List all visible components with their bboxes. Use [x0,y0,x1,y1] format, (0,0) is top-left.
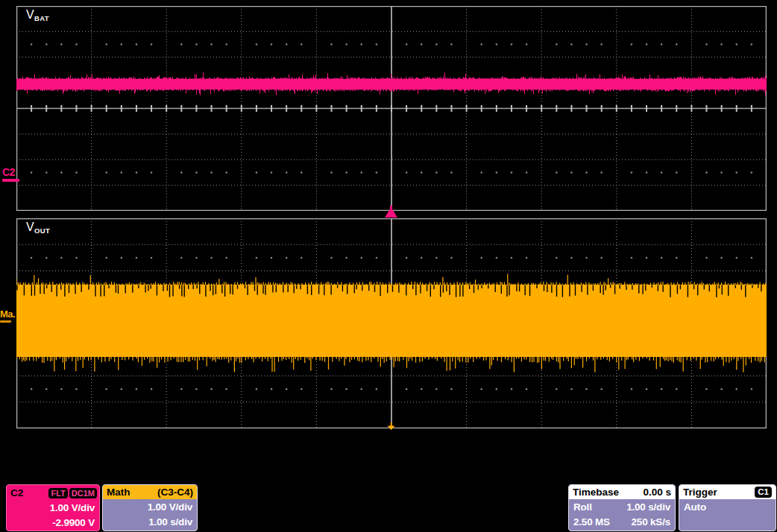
timebase-delay: 0.00 s [643,487,671,498]
math-descriptor-header: Math (C3-C4) [103,485,197,499]
vout-label: VOUT [26,221,50,235]
vout-trace-canvas [16,218,767,428]
timebase-samples: 2.50 MS [573,516,610,528]
vbat-label-sub: BAT [34,14,49,22]
c2-badges: FLT DC1M [48,488,97,498]
timebase-row-1: Roll 1.00 s/div [569,499,675,514]
c2-position-label: C2 [2,166,15,178]
vbat-label-main: V [26,8,34,21]
c2-position-indicator[interactable]: C2 [2,167,19,182]
trigger-descriptor-header: Trigger C1 [679,485,776,499]
c2-offset-value: -2.9900 V [7,515,99,530]
math-position-label: Ma. [0,308,15,320]
timebase-mode: Roll [573,501,592,513]
timebase-rate: 250 kS/s [632,516,670,528]
trigger-source-badge: C1 [755,487,772,498]
math-descriptor-title: Math [107,487,130,498]
top-graticule: VBAT [16,6,767,211]
timebase-descriptor-box[interactable]: Timebase 0.00 s Roll 1.00 s/div 2.50 MS … [568,484,676,531]
bottom-graticule: VOUT [16,218,767,428]
math-scale-value: 1.00 V/div [103,499,197,514]
math-timebase-value: 1.00 s/div [103,514,197,529]
math-descriptor-box[interactable]: Math (C3-C4) 1.00 V/div 1.00 s/div [102,484,198,531]
c2-scale-value: 1.00 V/div [7,500,99,515]
trigger-time-marker[interactable] [383,206,399,218]
math-zero-marker[interactable] [386,422,396,431]
timebase-scale: 1.00 s/div [626,501,670,513]
trigger-descriptor-box[interactable]: Trigger C1 Auto [679,484,776,531]
c2-coupling-badge: DC1M [69,488,97,498]
vbat-label: VBAT [26,8,49,22]
math-position-indicator[interactable]: Ma. [0,309,15,323]
c2-position-bar [2,179,19,182]
c2-filter-badge: FLT [48,488,67,498]
timebase-row-2: 2.50 MS 250 kS/s [569,514,675,529]
vbat-trace-canvas [16,6,767,211]
timebase-title: Timebase [573,487,619,498]
c2-descriptor-header: C2 FLT DC1M [7,485,99,500]
trigger-mode: Auto [679,499,776,514]
c2-descriptor-title: C2 [10,487,23,498]
vout-label-sub: OUT [34,227,50,235]
vout-label-main: V [26,221,34,233]
oscilloscope-screen: VBAT VOUT C2 Ma. C2 FLT DC1M 1 [0,0,777,532]
trigger-mode-value: Auto [684,501,706,513]
timebase-descriptor-header: Timebase 0.00 s [569,485,675,499]
math-position-bar [0,320,11,323]
trigger-title: Trigger [683,487,717,498]
c2-descriptor-box[interactable]: C2 FLT DC1M 1.00 V/div -2.9900 V [6,484,100,531]
math-source: (C3-C4) [157,487,193,498]
